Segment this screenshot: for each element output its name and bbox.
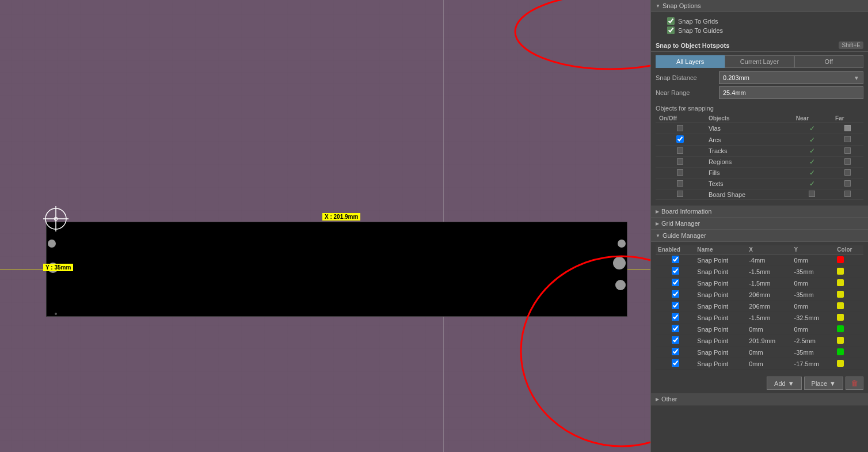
guide-color-cell <box>835 289 863 301</box>
snap-on-off-cell <box>656 189 705 200</box>
guide-color-dot <box>837 360 844 367</box>
near-range-input[interactable]: 25.4mm <box>719 86 863 99</box>
add-button[interactable]: Add ▼ <box>767 377 801 390</box>
snap-object-title: Snap to Object Hotspots <box>656 42 729 49</box>
guide-enabled-checkbox[interactable] <box>672 313 679 321</box>
guide-enabled-checkbox[interactable] <box>672 336 679 344</box>
snap-near-check: ✓ <box>809 147 815 155</box>
guide-x-cell: -1.5mm <box>747 266 791 278</box>
near-range-row: Near Range 25.4mm <box>656 86 863 99</box>
snap-near-cell <box>793 189 832 200</box>
snap-far-cell <box>832 134 863 146</box>
guide-enabled-checkbox[interactable] <box>672 267 679 275</box>
tab-all-layers[interactable]: All Layers <box>656 55 725 68</box>
place-label: Place <box>812 380 828 387</box>
guide-y-cell: -2.5mm <box>792 335 835 347</box>
snap-near-cell: ✓ <box>793 146 832 157</box>
snap-on-off-empty <box>677 169 683 176</box>
col-objects: Objects <box>705 114 793 123</box>
guide-y-cell: 0mm <box>792 324 835 335</box>
snap-shortcut-badge: Shift+E <box>839 41 863 49</box>
snap-options-header[interactable]: Snap Options <box>651 0 868 12</box>
delete-button[interactable]: 🗑 <box>846 377 863 390</box>
guide-enabled-checkbox[interactable] <box>672 256 679 263</box>
guide-y-cell: 0mm <box>792 255 835 266</box>
canvas-area[interactable]: X : 201.9mm Y : 35mm <box>0 0 650 452</box>
guide-enabled-checkbox[interactable] <box>672 325 679 332</box>
col-on-off: On/Off <box>656 114 705 123</box>
guide-x-cell: 0mm <box>747 347 791 358</box>
snap-object-name: Vias <box>705 123 793 134</box>
guide-manager-content: Enabled Name X Y Color Snap Point-4mm0mm… <box>651 242 868 373</box>
guide-enabled-checkbox[interactable] <box>672 279 679 286</box>
guide-row: Snap Point-1.5mm-35mm <box>656 266 863 278</box>
guide-color-cell <box>835 312 863 324</box>
board-dot <box>618 240 626 248</box>
board-information-header[interactable]: Board Information <box>651 206 868 218</box>
snap-to-guides-label: Snap To Guides <box>678 27 723 34</box>
snap-distance-input[interactable]: 0.203mm ▼ <box>719 71 863 84</box>
snap-to-guides-row: Snap To Guides <box>656 26 863 34</box>
guide-enabled-checkbox[interactable] <box>672 348 679 355</box>
snap-far-empty <box>844 147 851 154</box>
snap-on-off-cell <box>656 146 705 157</box>
guide-y-cell: -32.5mm <box>792 312 835 324</box>
guide-manager-header[interactable]: Guide Manager <box>651 230 868 242</box>
snap-object-row: Texts✓ <box>656 178 863 189</box>
board-dot <box>613 257 626 269</box>
place-button[interactable]: Place ▼ <box>804 377 843 390</box>
board-dot <box>48 240 56 248</box>
grid-manager-header[interactable]: Grid Manager <box>651 218 868 230</box>
guide-name-cell: Snap Point <box>695 289 747 301</box>
near-range-value: 25.4mm <box>723 89 746 96</box>
snap-far-cell <box>832 178 863 189</box>
guide-col-color: Color <box>835 245 863 255</box>
snap-far-square <box>844 125 851 131</box>
guide-color-cell <box>835 266 863 278</box>
board-information-section: Board Information <box>651 206 868 218</box>
guide-y-cell: -35mm <box>792 266 835 278</box>
snap-object-row: Vias✓ <box>656 123 863 134</box>
guide-color-dot <box>837 256 844 263</box>
guide-x-cell: 206mm <box>747 301 791 312</box>
guide-enabled-cell <box>656 278 695 289</box>
right-panel: Snap Options Snap To Grids Snap To Guide… <box>650 0 868 452</box>
guide-enabled-cell <box>656 255 695 266</box>
snap-object-name: Texts <box>705 178 793 189</box>
guide-x-cell: 0mm <box>747 358 791 370</box>
guide-color-dot <box>837 314 844 321</box>
snap-object-row: Fills✓ <box>656 168 863 178</box>
guide-enabled-cell <box>656 301 695 312</box>
guide-x-cell: -1.5mm <box>747 312 791 324</box>
guide-row: Snap Point-1.5mm-32.5mm <box>656 312 863 324</box>
snap-on-off-checkbox[interactable] <box>676 135 684 143</box>
guide-name-cell: Snap Point <box>695 324 747 335</box>
guide-col-x: X <box>747 245 791 255</box>
col-near: Near <box>793 114 832 123</box>
guide-col-enabled: Enabled <box>656 245 695 255</box>
coord-x-display: X : 201.9mm <box>322 213 360 221</box>
guide-enabled-cell <box>656 335 695 347</box>
snap-on-off-cell <box>656 134 705 146</box>
guide-enabled-checkbox[interactable] <box>672 302 679 309</box>
guide-name-cell: Snap Point <box>695 278 747 289</box>
guide-color-cell <box>835 335 863 347</box>
guide-name-cell: Snap Point <box>695 255 747 266</box>
guide-enabled-checkbox[interactable] <box>672 359 679 367</box>
snap-far-cell <box>832 168 863 178</box>
snap-to-grids-checkbox[interactable] <box>667 17 675 25</box>
snap-near-cell: ✓ <box>793 157 832 168</box>
tab-off[interactable]: Off <box>794 55 863 68</box>
objects-for-snapping-title: Objects for snapping <box>656 105 863 112</box>
other-header[interactable]: Other <box>651 393 868 405</box>
guide-color-cell <box>835 255 863 266</box>
guide-color-cell <box>835 301 863 312</box>
snap-near-check: ✓ <box>809 169 815 177</box>
place-arrow: ▼ <box>829 380 836 387</box>
snap-to-guides-checkbox[interactable] <box>667 26 675 34</box>
guide-name-cell: Snap Point <box>695 358 747 370</box>
guide-enabled-checkbox[interactable] <box>672 290 679 298</box>
guide-color-dot <box>837 268 844 275</box>
tab-current-layer[interactable]: Current Layer <box>725 55 794 68</box>
board-dot-small <box>55 313 57 315</box>
